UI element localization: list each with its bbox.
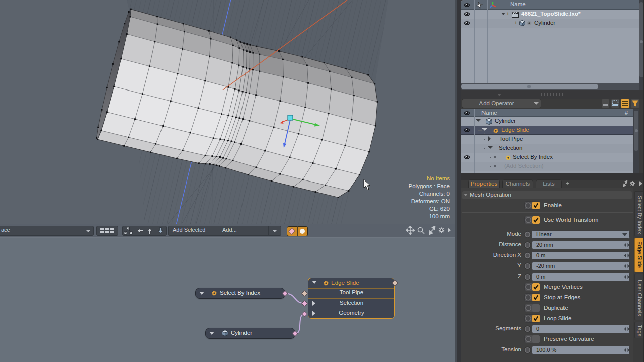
svg-text:Deformers: ON: Deformers: ON	[411, 198, 450, 204]
svg-text:Polygons : Face: Polygons : Face	[409, 183, 450, 189]
svg-text:Channels: 0: Channels: 0	[419, 191, 450, 197]
svg-text:100 mm: 100 mm	[429, 213, 450, 219]
svg-text:GL: 620: GL: 620	[429, 206, 450, 212]
svg-text:No Items: No Items	[427, 175, 450, 182]
